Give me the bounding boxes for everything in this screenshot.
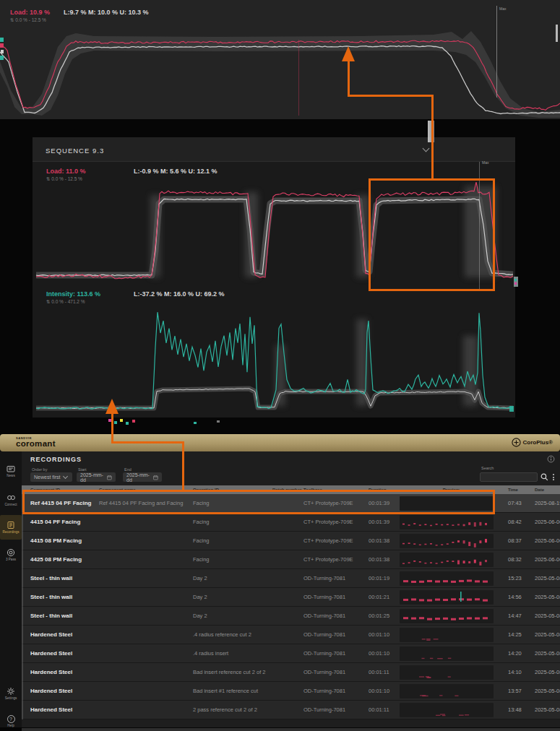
logo-product: coromant <box>16 440 56 447</box>
cell-component-id: Steel - thin wall <box>30 613 99 619</box>
cell-date: 2025-06-06 <box>530 519 560 525</box>
edge-artifact <box>120 419 123 422</box>
info-icon[interactable] <box>547 455 555 463</box>
end-date-value: 2025-mm-dd <box>126 472 150 483</box>
sidebar-item-recordings[interactable]: Recordings <box>0 515 22 540</box>
edge-artifact <box>0 38 4 42</box>
cell-date: 2025-05-08 <box>530 575 560 581</box>
search-input[interactable] <box>480 472 538 482</box>
sidebar-item-settings[interactable]: Settings <box>0 681 22 706</box>
start-date-input[interactable]: 2025-mm-dd <box>77 472 116 482</box>
table-row[interactable]: Hardened Steel2 pass reference cut 2 of … <box>22 701 560 719</box>
preview-sparkline <box>400 609 494 623</box>
sidebar-item-connect[interactable]: Connect <box>0 488 22 512</box>
end-date-input[interactable]: 2025-mm-dd <box>123 472 162 482</box>
table-row[interactable]: Steel - thin wallDay 2OD-Turning-708100:… <box>22 588 560 607</box>
gear-icon <box>7 687 15 696</box>
cell-duration: 00:01:38 <box>369 556 400 563</box>
cell-component-id: Hardened Steel <box>30 669 99 675</box>
sidebar-item-help[interactable]: ? Help <box>0 709 22 731</box>
cell-toolbase: CT+ Prototype-709E <box>303 556 369 563</box>
table-row[interactable]: Steel - thin wallDay 2OD-Turning-708100:… <box>22 569 560 588</box>
table-row[interactable]: 4425 08 PM FacingFacingCT+ Prototype-709… <box>22 550 560 569</box>
table-row[interactable]: Hardened Steel.4 radius reference cut 2O… <box>22 626 560 644</box>
table-row[interactable]: 4415 08 PM FacingFacingCT+ Prototype-709… <box>22 532 560 550</box>
cell-duration: 00:01:10 <box>369 688 400 694</box>
column-header[interactable]: Time <box>502 488 530 492</box>
load-range-label: ⇅ 0.0 % - 12.5 % <box>10 17 46 23</box>
max-cursor-label: Max <box>499 7 506 11</box>
start-date-label: Start <box>78 467 87 472</box>
table-scroll-indicator[interactable] <box>22 494 23 719</box>
cell-operation-id: Day 2 <box>193 594 272 600</box>
edge-artifact <box>114 421 117 424</box>
table-row[interactable]: Hardened SteelBad insert reference cut 2… <box>22 663 560 682</box>
seq-load-value: Load: 11.0 % <box>46 168 86 175</box>
cell-component-id: 4415 04 PF Facing <box>30 519 99 525</box>
cell-operation-id: Bad insert reference cut 2 of 2 <box>193 669 272 675</box>
edge-handle <box>556 25 558 42</box>
cell-operation-id: Day 2 <box>193 613 272 619</box>
table-body: Ref 4415 04 PF FacingRef 4415 04 PF Faci… <box>22 494 560 719</box>
table-row[interactable]: Hardened Steel.4 radius insertOD-Turning… <box>22 644 560 663</box>
preview-sparkline <box>400 646 494 661</box>
sequence-title: SEQUENCE 9.3 <box>46 147 104 155</box>
sidebar-item-label: Settings <box>5 696 17 700</box>
cell-date: 2025-06-06 <box>530 556 560 563</box>
sidebar-item-label: Help <box>7 724 14 727</box>
cell-duration: 00:01:38 <box>369 537 400 544</box>
cell-duration: 00:01:11 <box>369 669 400 675</box>
cell-time: 14:56 <box>502 594 530 600</box>
edge-artifact <box>1 50 4 53</box>
sidebar-item-label: Recordings <box>2 530 19 534</box>
preview-sparkline <box>400 553 494 567</box>
sidebar-item-3-pass[interactable]: 3 Pass <box>0 542 22 567</box>
order-by-value: Newest first <box>34 475 61 480</box>
column-header[interactable]: Date <box>530 488 560 492</box>
preview-sparkline <box>400 628 494 642</box>
cell-operation-id: Day 2 <box>193 575 272 581</box>
table-row[interactable]: 4415 04 PF FacingFacingCT+ Prototype-709… <box>22 513 560 532</box>
cell-date: 2025-05-08 <box>530 594 560 600</box>
calendar-icon <box>153 475 158 480</box>
cell-operation-id: .4 radius reference cut 2 <box>193 631 272 638</box>
news-icon <box>7 464 15 473</box>
annotation-connector <box>111 441 184 444</box>
annotation-connector <box>182 441 184 490</box>
cell-toolbase: OD-Turning-7081 <box>303 706 369 713</box>
cell-date: 2025-06-06 <box>530 537 560 544</box>
sequence-panel-header[interactable]: SEQUENCE 9.3 <box>33 137 515 162</box>
cell-operation-id: 2 pass reference cut 2 of 2 <box>193 706 272 713</box>
edge-artifact <box>132 420 135 423</box>
seq-intensity-stats: L:-37.2 % M: 16.0 % U: 69.2 % <box>134 290 225 298</box>
edge-artifact <box>0 43 4 48</box>
sidebar: News Connect Recordings 3 Pass Settings … <box>0 451 22 727</box>
cell-component-id: Hardened Steel <box>30 706 99 713</box>
seq-load-stats: L:-0.9 % M: 5.6 % U: 12.1 % <box>134 168 217 175</box>
cell-component-id: Hardened Steel <box>30 631 99 638</box>
cell-duration: 00:01:19 <box>369 575 400 581</box>
preview-sparkline <box>400 665 494 680</box>
help-icon: ? <box>7 715 15 723</box>
annotation-connector <box>348 60 350 97</box>
order-by-select[interactable]: Newest first <box>30 472 72 482</box>
order-by-label: Order by <box>32 467 47 472</box>
table-row[interactable]: Steel - thin wallDay 2OD-Turning-708100:… <box>22 607 560 626</box>
more-options-icon[interactable] <box>553 474 554 480</box>
cell-operation-id: Facing <box>193 556 272 563</box>
sidebar-item-news[interactable]: News <box>0 459 22 483</box>
annotation-connector <box>431 95 434 179</box>
chevron-down-icon[interactable] <box>423 145 430 152</box>
cell-time: 14:10 <box>502 669 530 675</box>
cell-toolbase: OD-Turning-7081 <box>303 613 369 619</box>
table-row[interactable]: Hardened SteelBad insert #1 reference cu… <box>22 682 560 701</box>
cell-duration: 00:01:11 <box>369 706 400 713</box>
preview-sparkline <box>400 534 494 548</box>
calendar-icon <box>107 475 112 480</box>
annotation-connector <box>111 412 113 444</box>
seq-load-range: ⇅ 0.0 % - 12.5 % <box>46 176 82 182</box>
cell-component-id: Hardened Steel <box>30 650 99 657</box>
edge-artifact <box>514 282 517 285</box>
search-icon[interactable] <box>540 473 548 481</box>
edge-artifact <box>509 406 514 412</box>
